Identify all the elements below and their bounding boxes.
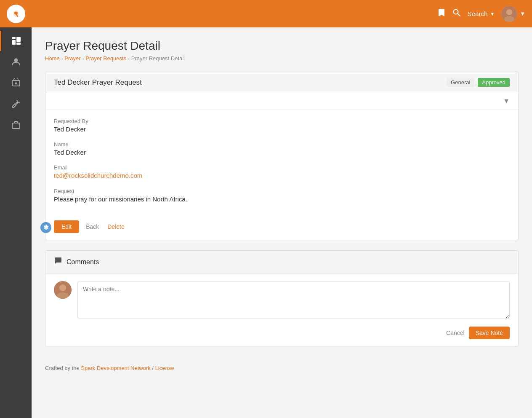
user-avatar: [501, 6, 517, 22]
breadcrumb-prayer[interactable]: Prayer: [64, 55, 80, 62]
sidebar-item-tools[interactable]: [0, 93, 32, 114]
save-note-button[interactable]: Save Note: [469, 327, 510, 339]
requested-by-label: Requested By: [54, 118, 510, 124]
svg-rect-6: [12, 37, 16, 39]
svg-point-12: [15, 83, 17, 85]
footer-slash: /: [151, 365, 155, 371]
svg-rect-13: [12, 123, 20, 129]
prayer-request-card: Ted Decker Prayer Request General Approv…: [45, 72, 519, 240]
search-container: Search ▼: [468, 10, 495, 17]
field-email: Email ted@rocksolidchurchdemo.com: [54, 164, 510, 180]
svg-rect-9: [16, 43, 21, 45]
badge-approved: Approved: [478, 78, 510, 87]
card-body: Requested By Ted Decker Name Ted Decker …: [45, 110, 518, 215]
delete-button[interactable]: Delete: [106, 220, 126, 233]
search-caret-icon: ▼: [490, 11, 495, 16]
name-value: Ted Decker: [54, 149, 510, 156]
comment-textarea[interactable]: [77, 281, 510, 319]
footer-link-license[interactable]: License: [155, 365, 174, 371]
badge-general: General: [447, 78, 474, 87]
svg-point-15: [59, 284, 66, 291]
sidebar-item-jobs[interactable]: [0, 114, 32, 135]
breadcrumb-prayer-requests[interactable]: Prayer Requests: [85, 55, 126, 62]
comments-title: Comments: [66, 258, 99, 266]
card-header: Ted Decker Prayer Request General Approv…: [45, 72, 518, 93]
comment-input-row: [45, 273, 518, 327]
svg-point-10: [14, 59, 18, 62]
footer-link-spark[interactable]: Spark Development Network: [81, 365, 150, 371]
card-actions: ✱ Edit Back Delete: [45, 215, 518, 240]
asterisk-icon: ✱: [40, 222, 51, 233]
edit-button[interactable]: Edit: [54, 220, 79, 233]
card-title: Ted Decker Prayer Request: [54, 78, 142, 87]
navbar-icons: Search ▼ ▼: [437, 6, 525, 22]
sidebar-item-dashboard[interactable]: [0, 31, 32, 51]
field-requested-by: Requested By Ted Decker: [54, 118, 510, 133]
comments-card: Comments Cancel Save Note: [45, 250, 519, 346]
email-value[interactable]: ted@rocksolidchurchdemo.com: [54, 172, 142, 179]
svg-point-4: [506, 9, 512, 15]
email-label: Email: [54, 164, 510, 171]
comment-actions: Cancel Save Note: [45, 327, 518, 346]
user-avatar-container[interactable]: ▼: [501, 6, 525, 22]
svg-line-2: [458, 14, 460, 16]
cancel-button[interactable]: Cancel: [446, 330, 465, 336]
comment-user-avatar: [54, 281, 72, 299]
sidebar-item-people[interactable]: [0, 51, 32, 72]
main-content: Prayer Request Detail Home › Prayer › Pr…: [32, 27, 532, 418]
search-nav-icon[interactable]: [452, 8, 461, 19]
request-value: Please pray for our missionaries in Nort…: [54, 196, 510, 203]
footer: Crafted by the Spark Development Network…: [45, 356, 519, 375]
breadcrumb-sep-3: ›: [128, 56, 130, 61]
search-label[interactable]: Search: [468, 10, 488, 17]
sidebar: [0, 27, 32, 418]
app-logo[interactable]: [7, 5, 25, 23]
name-label: Name: [54, 141, 510, 147]
request-label: Request: [54, 188, 510, 194]
breadcrumb-current: Prayer Request Detail: [131, 55, 185, 62]
collapse-row: ▼: [45, 93, 518, 110]
breadcrumb-sep-2: ›: [82, 56, 84, 61]
comments-icon: [54, 257, 62, 267]
top-navbar: Search ▼ ▼: [0, 0, 532, 27]
bookmark-icon[interactable]: [437, 8, 446, 19]
sidebar-item-finance[interactable]: [0, 72, 32, 93]
breadcrumb-sep-1: ›: [61, 56, 63, 61]
chevron-down-icon[interactable]: ▼: [503, 97, 510, 105]
svg-rect-8: [16, 37, 21, 42]
user-caret-icon: ▼: [520, 11, 525, 17]
breadcrumb: Home › Prayer › Prayer Requests › Prayer…: [45, 55, 519, 62]
footer-text: Crafted by the: [45, 365, 81, 371]
breadcrumb-home[interactable]: Home: [45, 55, 60, 62]
field-request: Request Please pray for our missionaries…: [54, 188, 510, 203]
back-button[interactable]: Back: [84, 220, 101, 233]
comments-header: Comments: [45, 251, 518, 273]
requested-by-value: Ted Decker: [54, 126, 510, 133]
card-badges: General Approved: [447, 78, 510, 87]
field-name: Name Ted Decker: [54, 141, 510, 156]
svg-rect-7: [12, 40, 16, 45]
page-title: Prayer Request Detail: [45, 39, 519, 53]
